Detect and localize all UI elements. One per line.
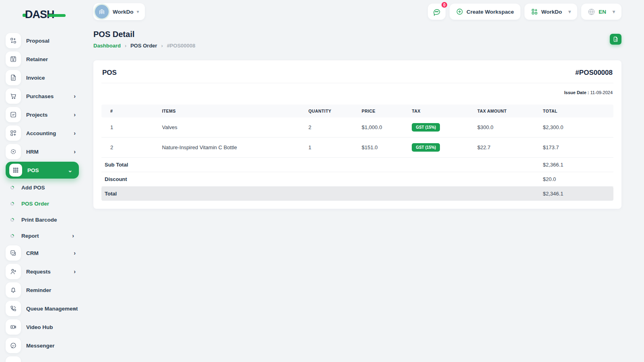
table-header-row: # ITEMS QUANTITY PRICE TAX TAX AMOUNT TO… [101, 105, 613, 117]
col-quantity: QUANTITY [305, 105, 358, 117]
workspace-switcher[interactable]: WorkDo ▾ [93, 3, 145, 20]
sidebar-item-accounting[interactable]: Accounting› [0, 124, 85, 142]
app-root: DASH ProposalRetainerInvoicePurchases›Pr… [0, 0, 644, 362]
export-pos-button[interactable] [610, 34, 621, 45]
sidebar-item-messenger[interactable]: Messenger [0, 336, 85, 355]
logo-accent-bar [48, 14, 66, 17]
empty-cell [474, 172, 540, 187]
create-workspace-button[interactable]: Create Workspace [450, 4, 520, 20]
empty-cell [474, 187, 540, 201]
sidebar-item-retainer[interactable]: Retainer [0, 50, 85, 68]
sidebar-item-invoice[interactable]: Invoice [0, 68, 85, 87]
bullet-icon [10, 185, 15, 190]
app-logo[interactable]: DASH [23, 7, 85, 22]
chevron-down-icon: ▾ [613, 9, 615, 14]
sidebar-subitem-print-barcode[interactable]: Print Barcode [0, 212, 85, 228]
tax-badge: GST (15%) [412, 123, 440, 132]
sidebar: DASH ProposalRetainerInvoicePurchases›Pr… [0, 0, 85, 362]
sidebar-item-label: Messenger [26, 343, 55, 349]
sidebar-subitem-report[interactable]: Report› [0, 228, 85, 244]
sidebar-item-label: Reminder [26, 287, 51, 293]
sidebar-subitem-pos-order[interactable]: POS Order [0, 195, 85, 212]
sidebar-item-video-hub[interactable]: Video Hub [0, 318, 85, 336]
breadcrumb-current: #POS00008 [167, 43, 195, 49]
page-header-text: POS Detail Dashboard › POS Order › #POS0… [93, 30, 195, 49]
col-price: PRICE [359, 105, 409, 117]
summary-value: $2,346.1 [540, 187, 613, 201]
sidebar-item-label: HRM [26, 149, 39, 155]
sidebar-item-label: Queue Management [26, 306, 78, 312]
create-workspace-label: Create Workspace [466, 9, 514, 15]
building-icon [98, 8, 105, 15]
messenger-icon [6, 338, 21, 353]
cell-tax: GST (15%) [409, 117, 474, 138]
chat-icon [433, 8, 441, 16]
sidebar-item-label: Proposal [26, 38, 50, 44]
tax-badge: GST (15%) [412, 143, 440, 152]
summary-row: Sub Total$2,366.1 [101, 158, 613, 172]
breadcrumb-pos-order[interactable]: POS Order [130, 43, 157, 49]
empty-cell [305, 172, 358, 187]
topbar-actions: 0 Create Workspace WorkDo ▾ EN ▾ [428, 4, 621, 20]
empty-cell [359, 172, 409, 187]
globe-icon [588, 8, 595, 16]
pos-card-title: POS [102, 69, 117, 77]
circle-plus-icon [456, 8, 463, 15]
proposal-icon [6, 33, 21, 48]
summary-label: Total [101, 187, 159, 201]
sidebar-item-pos[interactable]: POS⌄ [6, 162, 79, 179]
sidebar-item-crm[interactable]: CRM› [0, 244, 85, 262]
col-index: # [101, 105, 159, 117]
language-code: EN [599, 9, 606, 15]
cell-price: $1,000.0 [359, 117, 409, 138]
pos-card-header: POS #POS00008 [101, 60, 613, 83]
messages-button[interactable]: 0 [428, 4, 446, 20]
chevron-right-icon: › [74, 149, 76, 154]
empty-cell [305, 158, 358, 172]
chevron-down-icon: ▾ [568, 9, 571, 14]
issue-date-label: Issue Date : [564, 90, 589, 95]
language-selector[interactable]: EN ▾ [581, 4, 621, 20]
sidebar-subitem-label: POS Order [21, 201, 49, 207]
issue-date-row: Issue Date : 11-09-2024 [101, 83, 613, 100]
cell-tax: GST (15%) [409, 138, 474, 158]
breadcrumb-dashboard[interactable]: Dashboard [93, 43, 121, 49]
hrm-icon [6, 144, 21, 159]
pos-icon [9, 164, 22, 177]
sidebar-item-proposal[interactable]: Proposal [0, 31, 85, 50]
sidebar-subitem-add-pos[interactable]: Add POS [0, 179, 85, 195]
chevron-right-icon: › [74, 250, 76, 256]
sidebar-item-label: Projects [26, 112, 47, 118]
summary-value: $2,366.1 [540, 158, 613, 172]
col-tax-amount: TAX AMOUNT [474, 105, 540, 117]
sidebar-nav: ProposalRetainerInvoicePurchases›Project… [0, 30, 85, 362]
empty-cell [305, 187, 358, 201]
crm-icon [6, 245, 21, 261]
empty-cell [359, 158, 409, 172]
chevron-down-icon: ▾ [137, 9, 139, 14]
helpdesk-icon [6, 356, 21, 362]
chevron-right-icon: › [72, 232, 74, 239]
sidebar-item-label: Retainer [26, 56, 48, 62]
sidebar-item-queue-management[interactable]: Queue Management› [0, 299, 85, 318]
requests-icon [6, 264, 21, 279]
sidebar-item-reminder[interactable]: Reminder [0, 281, 85, 299]
cell-quantity: 2 [305, 117, 358, 138]
sidebar-item-helpdesk[interactable]: Helpdesk [0, 355, 85, 362]
cell-total: $2,300.0 [540, 117, 613, 138]
summary-row: Discount$20.0 [101, 172, 613, 187]
cell-tax-amount: $22.7 [474, 138, 540, 158]
workspace-menu-button[interactable]: WorkDo ▾ [524, 4, 578, 20]
sidebar-item-requests[interactable]: Requests› [0, 262, 85, 281]
sidebar-item-projects[interactable]: Projects› [0, 105, 85, 124]
bullet-icon [10, 233, 15, 239]
sidebar-item-purchases[interactable]: Purchases› [0, 87, 85, 105]
sidebar-subitem-label: Print Barcode [21, 217, 57, 223]
sidebar-subitem-label: Add POS [21, 185, 45, 191]
sidebar-item-hrm[interactable]: HRM› [0, 142, 85, 161]
cell-total: $173.7 [540, 138, 613, 158]
cell-price: $151.0 [359, 138, 409, 158]
bullet-icon [10, 217, 15, 222]
main-area: WorkDo ▾ 0 Create Workspace WorkDo ▾ [85, 0, 644, 362]
purchases-icon [6, 88, 21, 104]
